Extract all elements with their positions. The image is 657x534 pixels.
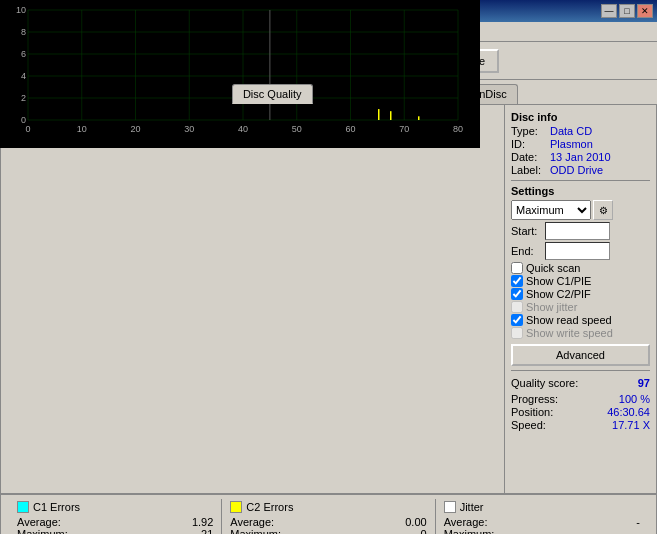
- jitter-avg-value: -: [600, 516, 640, 528]
- disc-label-row: Label: ODD Drive: [511, 164, 650, 176]
- jitter-max-row: Maximum: -: [444, 528, 640, 534]
- maximize-button[interactable]: □: [619, 4, 635, 18]
- jitter-stats: Jitter Average: - Maximum: -: [435, 499, 648, 534]
- tab-disc-quality[interactable]: Disc Quality: [232, 84, 313, 104]
- position-row: Position: 46:30.64: [511, 406, 650, 418]
- lower-chart: [0, 2, 480, 140]
- c2-title: C2 Errors: [230, 501, 426, 513]
- c1-title: C1 Errors: [17, 501, 213, 513]
- divider-2: [511, 370, 650, 371]
- show-write-speed-label: Show write speed: [526, 327, 613, 339]
- c2-avg-value: 0.00: [387, 516, 427, 528]
- end-label: End:: [511, 245, 543, 257]
- c1-max-label: Maximum:: [17, 528, 68, 534]
- show-jitter-row: Show jitter: [511, 301, 650, 313]
- disc-date-value: 13 Jan 2010: [550, 151, 611, 163]
- disc-label-label: Label:: [511, 164, 546, 176]
- c2-max-row: Maximum: 0: [230, 528, 426, 534]
- disc-id-value: Plasmon: [550, 138, 593, 150]
- minimize-button[interactable]: —: [601, 4, 617, 18]
- start-row: Start: 000:00.00: [511, 222, 650, 240]
- jitter-avg-row: Average: -: [444, 516, 640, 528]
- c2-title-text: C2 Errors: [246, 501, 293, 513]
- quality-score-row: Quality score: 97: [511, 377, 650, 389]
- c1-avg-value: 1.92: [173, 516, 213, 528]
- start-time-input[interactable]: 000:00.00: [545, 222, 610, 240]
- close-window-button[interactable]: ✕: [637, 4, 653, 18]
- jitter-title: Jitter: [444, 501, 640, 513]
- show-jitter-label: Show jitter: [526, 301, 577, 313]
- show-jitter-checkbox[interactable]: [511, 301, 523, 313]
- c1-avg-label: Average:: [17, 516, 61, 528]
- speed-label: Speed:: [511, 419, 546, 431]
- show-read-speed-checkbox[interactable]: [511, 314, 523, 326]
- disc-type-row: Type: Data CD: [511, 125, 650, 137]
- show-c2-label: Show C2/PIF: [526, 288, 591, 300]
- quick-scan-row: Quick scan: [511, 262, 650, 274]
- chart-area: [1, 105, 504, 493]
- jitter-avg-label: Average:: [444, 516, 488, 528]
- bottom-stats: C1 Errors Average: 1.92 Maximum: 21 Tota…: [0, 494, 657, 534]
- disc-date-label: Date:: [511, 151, 546, 163]
- c1-stats: C1 Errors Average: 1.92 Maximum: 21 Tota…: [9, 499, 221, 534]
- show-c1-label: Show C1/PIE: [526, 275, 591, 287]
- speed-value: 17.71 X: [612, 419, 650, 431]
- c2-avg-label: Average:: [230, 516, 274, 528]
- progress-section: Progress: 100 % Position: 46:30.64 Speed…: [511, 393, 650, 431]
- quick-scan-checkbox[interactable]: [511, 262, 523, 274]
- c1-max-value: 21: [173, 528, 213, 534]
- window-controls: — □ ✕: [601, 4, 653, 18]
- c2-max-label: Maximum:: [230, 528, 281, 534]
- divider-1: [511, 180, 650, 181]
- end-row: End: 046:33.10: [511, 242, 650, 260]
- disc-label-value: ODD Drive: [550, 164, 603, 176]
- quality-score-label: Quality score:: [511, 377, 578, 389]
- speed-settings-icon[interactable]: ⚙: [593, 200, 613, 220]
- c2-max-value: 0: [387, 528, 427, 534]
- quality-score-value: 97: [638, 377, 650, 389]
- show-c1-row: Show C1/PIE: [511, 275, 650, 287]
- start-label: Start:: [511, 225, 543, 237]
- disc-type-value: Data CD: [550, 125, 592, 137]
- show-read-speed-label: Show read speed: [526, 314, 612, 326]
- c2-stats: C2 Errors Average: 0.00 Maximum: 0 Total…: [221, 499, 434, 534]
- jitter-max-label: Maximum:: [444, 528, 495, 534]
- progress-value: 100 %: [619, 393, 650, 405]
- show-c1-checkbox[interactable]: [511, 275, 523, 287]
- position-value: 46:30.64: [607, 406, 650, 418]
- advanced-button[interactable]: Advanced: [511, 344, 650, 366]
- disc-type-label: Type:: [511, 125, 546, 137]
- speed-select[interactable]: Maximum 1x 2x 4x: [511, 200, 591, 220]
- c1-avg-row: Average: 1.92: [17, 516, 213, 528]
- c1-color-dot: [17, 501, 29, 513]
- jitter-color-dot: [444, 501, 456, 513]
- show-c2-checkbox[interactable]: [511, 288, 523, 300]
- c2-color-dot: [230, 501, 242, 513]
- position-label: Position:: [511, 406, 553, 418]
- main-content: Disc info Type: Data CD ID: Plasmon Date…: [0, 104, 657, 494]
- progress-row: Progress: 100 %: [511, 393, 650, 405]
- jitter-title-text: Jitter: [460, 501, 484, 513]
- settings-title: Settings: [511, 185, 650, 197]
- disc-info-title: Disc info: [511, 111, 650, 123]
- show-read-speed-row: Show read speed: [511, 314, 650, 326]
- c1-max-row: Maximum: 21: [17, 528, 213, 534]
- jitter-max-value: -: [600, 528, 640, 534]
- show-write-speed-checkbox[interactable]: [511, 327, 523, 339]
- show-write-speed-row: Show write speed: [511, 327, 650, 339]
- disc-id-label: ID:: [511, 138, 546, 150]
- speed-row-2: Speed: 17.71 X: [511, 419, 650, 431]
- disc-date-row: Date: 13 Jan 2010: [511, 151, 650, 163]
- c1-title-text: C1 Errors: [33, 501, 80, 513]
- end-time-input[interactable]: 046:33.10: [545, 242, 610, 260]
- right-panel: Disc info Type: Data CD ID: Plasmon Date…: [504, 105, 656, 493]
- progress-label: Progress:: [511, 393, 558, 405]
- c2-avg-row: Average: 0.00: [230, 516, 426, 528]
- show-c2-row: Show C2/PIF: [511, 288, 650, 300]
- speed-row: Maximum 1x 2x 4x ⚙: [511, 200, 650, 220]
- disc-id-row: ID: Plasmon: [511, 138, 650, 150]
- quick-scan-label: Quick scan: [526, 262, 580, 274]
